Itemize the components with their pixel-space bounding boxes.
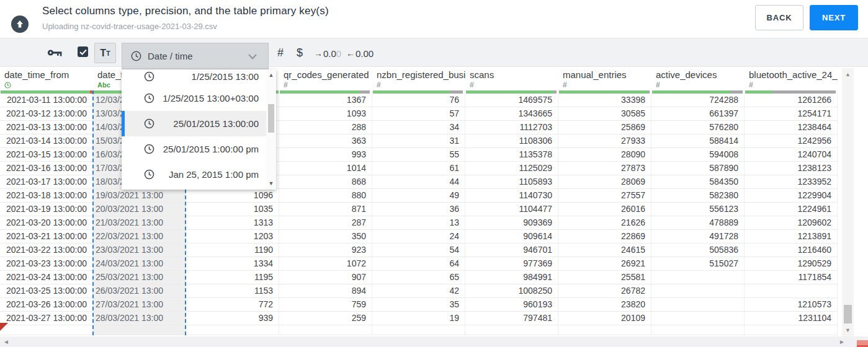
table-cell[interactable]: 1171854 [745, 271, 838, 284]
table-cell[interactable]: 2021-03-22 13:00:00 [0, 244, 93, 257]
table-cell[interactable]: 19 [372, 312, 465, 325]
table-cell[interactable]: 28069 [558, 175, 651, 188]
table-cell[interactable]: 661397 [651, 107, 745, 120]
include-column-checkbox[interactable] [78, 46, 88, 57]
table-cell[interactable]: 1072 [279, 257, 372, 270]
dropdown-scrollbar[interactable]: ▲ ▼ [266, 69, 276, 190]
table-cell[interactable]: 894 [279, 284, 372, 297]
table-cell[interactable]: 2021-03-13 13:00:00 [0, 121, 93, 134]
next-button[interactable]: NEXT [810, 5, 858, 30]
table-cell[interactable]: 491728 [651, 230, 745, 243]
table-cell[interactable] [651, 298, 745, 311]
table-cell[interactable]: 1195 [186, 271, 279, 284]
table-cell[interactable]: 1213891 [745, 230, 838, 243]
table-cell[interactable]: 2021-03-26 13:00:00 [0, 298, 93, 311]
table-cell[interactable] [372, 325, 465, 335]
table-cell[interactable]: 27557 [558, 189, 651, 202]
table-cell[interactable]: 21/03/2021 13:00 [93, 216, 186, 229]
table-cell[interactable]: 2021-03-17 13:00:00 [0, 175, 93, 188]
table-cell[interactable]: 505836 [651, 244, 745, 257]
table-cell[interactable]: 1242956 [745, 134, 838, 147]
scroll-down-arrow[interactable]: ▼ [842, 327, 854, 333]
table-cell[interactable]: 36 [372, 203, 465, 216]
text-type-button[interactable]: TT [94, 43, 116, 63]
table-cell[interactable]: 2021-03-11 13:00:00 [0, 94, 93, 107]
table-cell[interactable]: 24/03/2021 13:00 [93, 257, 186, 270]
table-cell[interactable] [745, 284, 838, 297]
table-cell[interactable]: 2021-03-18 13:00:00 [0, 189, 93, 202]
date-format-select[interactable]: Date / time [122, 43, 269, 69]
table-cell[interactable] [651, 325, 745, 335]
table-cell[interactable]: 1014 [279, 162, 372, 175]
table-cell[interactable]: 1035 [186, 203, 279, 216]
dropdown-item[interactable]: 1/25/2015 13:00 [122, 69, 266, 86]
table-cell[interactable]: 1233952 [745, 175, 838, 188]
table-cell[interactable]: 76 [372, 94, 465, 107]
table-cell[interactable]: 2021-03-16 13:00:00 [0, 162, 93, 175]
table-cell[interactable]: 26016 [558, 203, 651, 216]
table-cell[interactable]: 939 [186, 312, 279, 325]
scroll-down-arrow[interactable]: ▼ [266, 180, 276, 187]
table-cell[interactable]: 22/03/2021 13:00 [93, 230, 186, 243]
horizontal-scrollbar[interactable]: ◄ ► [0, 336, 868, 347]
table-cell[interactable]: 27933 [558, 134, 651, 147]
table-cell[interactable]: 724288 [651, 94, 745, 107]
column-header[interactable]: qr_codes_generated# [279, 68, 372, 94]
column-header[interactable]: nzbn_registered_busine# [372, 68, 465, 94]
column-header[interactable]: bluetooth_active_24_hr_# [745, 68, 838, 94]
table-cell[interactable]: 1238123 [745, 162, 838, 175]
table-cell[interactable]: 27873 [558, 162, 651, 175]
vertical-scrollbar[interactable]: ▲ ▼ [842, 68, 854, 336]
table-cell[interactable]: 1469575 [465, 94, 558, 107]
table-cell[interactable]: 24 [372, 230, 465, 243]
table-cell[interactable] [0, 325, 93, 335]
table-cell[interactable]: 1153 [186, 284, 279, 297]
table-cell[interactable]: 24615 [558, 244, 651, 257]
table-cell[interactable]: 259 [279, 312, 372, 325]
table-cell[interactable]: 288 [279, 121, 372, 134]
table-cell[interactable] [279, 325, 372, 335]
table-cell[interactable]: 27/03/2021 13:00 [93, 298, 186, 311]
table-cell[interactable]: 1190 [186, 244, 279, 257]
column-header[interactable]: manual_entries# [558, 68, 651, 94]
table-cell[interactable]: 909614 [465, 230, 558, 243]
dropdown-scrollbar-thumb[interactable] [268, 104, 274, 133]
table-cell[interactable]: 1224961 [745, 203, 838, 216]
table-cell[interactable]: 1231104 [745, 312, 838, 325]
table-cell[interactable] [558, 325, 651, 335]
table-cell[interactable]: 2021-03-23 13:00:00 [0, 257, 93, 270]
table-cell[interactable]: 350 [279, 230, 372, 243]
table-cell[interactable]: 556123 [651, 203, 745, 216]
table-cell[interactable]: 1008250 [465, 284, 558, 297]
scroll-up-arrow[interactable]: ▲ [842, 71, 854, 77]
table-cell[interactable]: 946701 [465, 244, 558, 257]
table-cell[interactable]: 797481 [465, 312, 558, 325]
table-cell[interactable]: 2021-03-21 13:00:00 [0, 230, 93, 243]
back-button[interactable]: BACK [755, 5, 803, 30]
table-cell[interactable]: 1210573 [745, 298, 838, 311]
table-cell[interactable]: 64 [372, 257, 465, 270]
scroll-right-arrow[interactable]: ► [839, 338, 845, 345]
table-cell[interactable]: 1261266 [745, 94, 838, 107]
table-cell[interactable]: 25/03/2021 13:00 [93, 271, 186, 284]
table-cell[interactable]: 1216460 [745, 244, 838, 257]
vertical-scrollbar-thumb[interactable] [844, 305, 852, 323]
table-cell[interactable]: 923 [279, 244, 372, 257]
table-cell[interactable]: 582380 [651, 189, 745, 202]
scroll-up-arrow[interactable]: ▲ [266, 72, 276, 78]
table-cell[interactable]: 363 [279, 134, 372, 147]
scroll-left-arrow[interactable]: ◄ [3, 338, 9, 345]
primary-key-button[interactable] [47, 47, 63, 58]
table-cell[interactable]: 1229904 [745, 189, 838, 202]
table-cell[interactable]: 1254171 [745, 107, 838, 120]
table-cell[interactable]: 287 [279, 216, 372, 229]
table-cell[interactable] [651, 284, 745, 297]
table-cell[interactable]: 28090 [558, 148, 651, 161]
table-cell[interactable]: 1104477 [465, 203, 558, 216]
table-cell[interactable]: 960193 [465, 298, 558, 311]
table-cell[interactable]: 1140730 [465, 189, 558, 202]
table-cell[interactable]: 868 [279, 175, 372, 188]
table-cell[interactable]: 2021-03-24 13:00:00 [0, 271, 93, 284]
table-cell[interactable]: 55 [372, 148, 465, 161]
table-cell[interactable]: 28/03/2021 13:00 [93, 312, 186, 325]
